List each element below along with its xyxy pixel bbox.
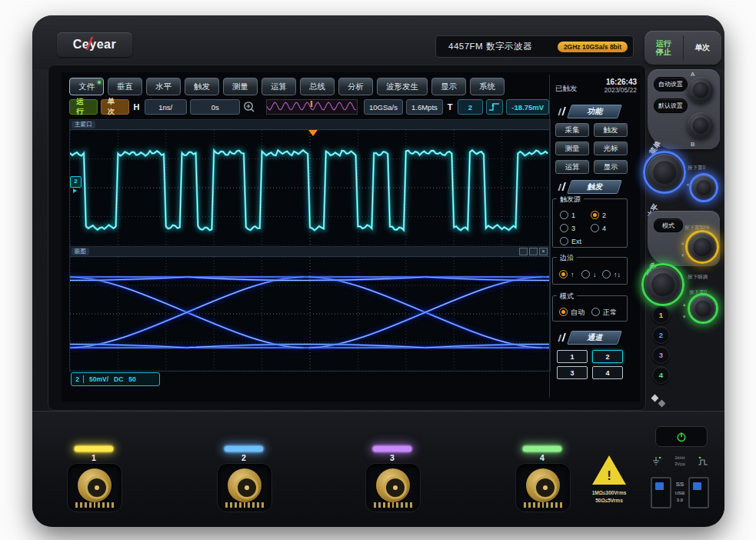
radio-icon[interactable] <box>591 308 600 316</box>
vertical-position-knob[interactable] <box>690 295 716 322</box>
radio-icon[interactable] <box>560 237 568 245</box>
probe-comp-terminals: 1kHz 3Vpp <box>651 451 709 472</box>
channel-2-button[interactable]: 2 <box>592 350 623 363</box>
menu-item-math[interactable]: 运算 <box>261 78 296 95</box>
fn-math-button[interactable]: 运算 <box>555 160 589 174</box>
radio-icon[interactable] <box>559 308 568 316</box>
menu-item-bus[interactable]: 总线 <box>300 78 335 95</box>
hard-channel-1-key[interactable]: 1 <box>652 306 670 324</box>
fn-acquire-button[interactable]: 采集 <box>555 123 589 137</box>
channel-4-button[interactable]: 4 <box>592 366 623 379</box>
fn-trigger-button[interactable]: 触发 <box>594 123 628 137</box>
main-waveform-window: 主窗口 2 <box>69 119 551 247</box>
trigger-level-readout[interactable]: -18.75mV <box>506 99 549 115</box>
eye-window-titlebar[interactable]: 眼图 × <box>70 247 550 257</box>
main-window-titlebar[interactable]: 主窗口 <box>70 120 550 130</box>
channel-4-led <box>523 446 561 452</box>
menu-item-trigger[interactable]: 触发 <box>185 78 219 95</box>
knob-a-label: A <box>691 71 694 78</box>
memory-depth-readout: 1.6Mpts <box>406 99 443 115</box>
autoset-button[interactable]: 自动设置 <box>654 77 688 92</box>
knob-b[interactable] <box>688 112 714 138</box>
channel-3-number: 3 <box>373 453 411 462</box>
bnc-ticks <box>225 502 264 508</box>
radio-icon[interactable] <box>559 270 568 278</box>
model-nameplate: 4457FM 数字示波器 2GHz 10GSa/s 8bit <box>435 35 634 58</box>
hard-channel-3-key[interactable]: 3 <box>652 346 670 364</box>
close-window-button[interactable]: × <box>539 248 548 255</box>
edge-group: 边沿 ↑ ↓ ↑↓ <box>552 257 628 285</box>
sample-rate-readout: 10GSa/s <box>364 99 403 115</box>
fn-cursor-button[interactable]: 光标 <box>594 142 628 155</box>
default-setup-button[interactable]: 默认设置 <box>654 98 688 113</box>
hard-channel-2-key[interactable]: 2 <box>652 326 670 344</box>
run-stop-button[interactable]: 运行 停止 <box>644 31 683 65</box>
knob-a[interactable] <box>688 77 714 103</box>
trigger-source-2[interactable]: 2 <box>591 208 606 222</box>
radio-icon[interactable] <box>591 224 599 232</box>
trigger-source-1[interactable]: 1 <box>560 208 575 222</box>
channel2-ground-marker[interactable]: 2 <box>70 176 82 188</box>
mode-auto[interactable]: 自动 <box>559 305 584 318</box>
trigger-source-readout[interactable]: 2 <box>458 99 484 115</box>
restore-window-button[interactable] <box>519 248 528 255</box>
trigger-source-4[interactable]: 4 <box>591 221 606 235</box>
main-window-title: 主窗口 <box>72 121 95 128</box>
horizontal-scale-knob[interactable] <box>646 154 683 191</box>
trigger-source-ext[interactable]: Ext <box>560 234 581 248</box>
channel2-readout-badge[interactable]: 2 50mV/ DC 50 <box>71 372 160 386</box>
eye-diagram-plot[interactable] <box>70 257 550 371</box>
edge-falling[interactable]: ↓ <box>581 267 597 281</box>
zoom-icon[interactable] <box>243 101 255 113</box>
trigger-source-3[interactable]: 3 <box>560 221 575 235</box>
edge-label: 边沿 <box>557 253 577 263</box>
channel-4-recess <box>515 463 571 512</box>
menu-item-vertical[interactable]: 垂直 <box>108 78 142 95</box>
power-button[interactable] <box>655 426 708 447</box>
menu-item-system[interactable]: 系统 <box>470 78 505 95</box>
vertical-scale-knob[interactable] <box>644 266 681 303</box>
acquisition-preview-plot[interactable] <box>266 99 358 115</box>
fn-measure-button[interactable]: 测量 <box>555 142 589 155</box>
menu-item-file[interactable]: 文件 <box>69 78 104 95</box>
trigger-source-label: 触发源 <box>557 195 584 205</box>
status-toolbar: 运行 单次 H 1ns/ 0s 10GSa/s 1.6Mpts T 2 -18.… <box>69 98 549 115</box>
mode-normal[interactable]: 正常 <box>591 305 617 318</box>
collapse-window-button[interactable] <box>529 248 538 255</box>
radio-icon[interactable] <box>581 270 590 278</box>
menu-item-analysis[interactable]: 分析 <box>338 78 373 95</box>
trigger-position-marker[interactable] <box>308 130 318 136</box>
square-wave-terminal-icon <box>697 455 709 468</box>
horizontal-position-field[interactable]: 0s <box>190 99 240 115</box>
single-button[interactable]: 单次 <box>684 31 722 65</box>
menu-item-wavegen[interactable]: 波形发生 <box>377 78 428 95</box>
spec-badge: 2GHz 10GSa/s 8bit <box>558 42 628 52</box>
menu-item-display[interactable]: 显示 <box>431 78 466 95</box>
single-indicator-button[interactable]: 单次 <box>101 99 129 115</box>
horizontal-position-knob[interactable] <box>691 175 716 200</box>
trigger-slope-icon[interactable] <box>486 99 503 115</box>
edge-rising[interactable]: ↑ <box>559 267 574 281</box>
fn-display-button[interactable]: 显示 <box>594 160 628 174</box>
radio-icon[interactable] <box>560 211 568 219</box>
edge-both[interactable]: ↑↓ <box>602 267 621 281</box>
radio-icon[interactable] <box>560 224 568 232</box>
trigger-level-knob[interactable] <box>688 232 717 262</box>
run-indicator-button[interactable]: 运行 <box>69 99 98 115</box>
radio-icon[interactable] <box>591 211 599 219</box>
channel-3-button[interactable]: 3 <box>557 366 588 379</box>
mode-group: 模式 自动 正常 <box>552 295 628 322</box>
eye-diagram-window: 眼图 × <box>69 246 551 372</box>
window-controls: × <box>519 248 548 255</box>
radio-icon[interactable] <box>602 270 611 278</box>
trigger-mode-button[interactable]: 模式 <box>654 218 683 232</box>
main-waveform-plot[interactable]: 2 <box>70 130 550 245</box>
hard-channel-4-key[interactable]: 4 <box>652 366 670 384</box>
input-rating-text: 1MΩ≤300Vrms 50Ω≤5Vrms <box>567 489 651 505</box>
timebase-field[interactable]: 1ns/ <box>145 99 188 115</box>
function-section-header: 功能 <box>567 105 622 118</box>
menu-item-measure[interactable]: 测量 <box>223 78 258 95</box>
channel-1-recess <box>67 463 122 512</box>
menu-item-horizontal[interactable]: 水平 <box>146 78 181 95</box>
channel-1-button[interactable]: 1 <box>557 350 588 363</box>
